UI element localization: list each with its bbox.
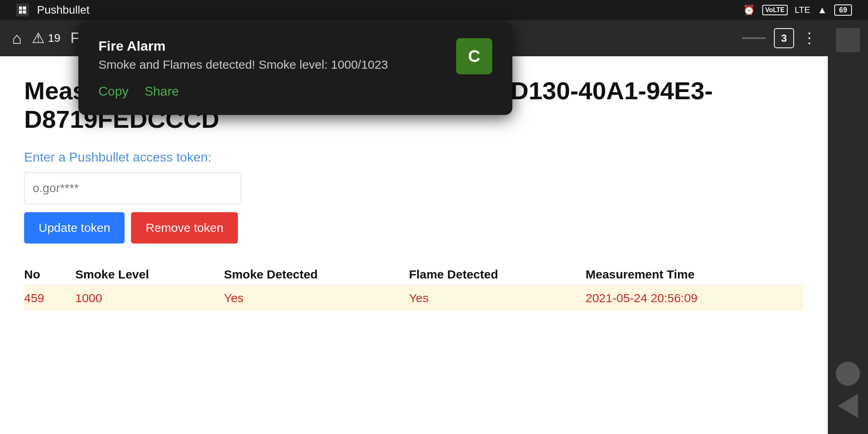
notif-header: Fire Alarm Smoke and Flames detected! Sm… xyxy=(98,38,492,74)
status-bar: Pushbullet ⏰ VoLTE LTE ▲ 69 xyxy=(0,0,868,20)
notification-overlay: Fire Alarm Smoke and Flames detected! Sm… xyxy=(78,22,512,115)
token-label-prefix: Enter a xyxy=(24,150,69,164)
col-header-smoke-detected: Smoke Detected xyxy=(224,264,409,286)
tab-count-badge[interactable]: 3 xyxy=(774,28,794,48)
notif-body: Fire Alarm Smoke and Flames detected! Sm… xyxy=(98,38,448,72)
token-label-suffix: access token: xyxy=(133,150,211,164)
col-header-flame-detected: Flame Detected xyxy=(409,264,585,286)
svg-rect-3 xyxy=(23,10,26,14)
status-bar-app-name: Pushbullet xyxy=(37,4,90,16)
remove-token-button[interactable]: Remove token xyxy=(131,212,237,244)
right-panel xyxy=(828,20,868,434)
measurements-table: No Smoke Level Smoke Detected Flame Dete… xyxy=(24,264,804,311)
battery-badge: 69 xyxy=(834,4,852,16)
pushbullet-link[interactable]: Pushbullet xyxy=(69,150,129,164)
app-bar-divider xyxy=(742,37,766,39)
col-header-measurement-time: Measurement Time xyxy=(585,264,804,286)
more-options-icon[interactable]: ⋮ xyxy=(802,30,816,47)
table-cell-no: 459 xyxy=(24,285,75,311)
lte-text: LTE xyxy=(795,5,811,15)
svg-rect-1 xyxy=(23,6,26,10)
table-cell-time: 2021-05-24 20:56:09 xyxy=(585,285,804,311)
col-header-no: No xyxy=(24,264,75,286)
warning-count: 19 xyxy=(48,32,60,45)
svg-rect-2 xyxy=(19,10,22,14)
notif-app-icon: C xyxy=(456,38,492,74)
warning-indicator: ⚠ 19 xyxy=(32,30,60,47)
notif-share-button[interactable]: Share xyxy=(145,84,179,99)
svg-rect-0 xyxy=(19,6,22,10)
table-header-row: No Smoke Level Smoke Detected Flame Dete… xyxy=(24,264,804,286)
pushbullet-app-icon xyxy=(16,4,29,16)
token-label: Enter a Pushbullet access token: xyxy=(24,150,804,165)
status-bar-left: Pushbullet xyxy=(16,4,90,16)
update-token-button[interactable]: Update token xyxy=(24,212,125,244)
right-panel-back-icon[interactable] xyxy=(838,394,858,418)
alarm-icon: ⏰ xyxy=(743,4,755,16)
status-bar-right: ⏰ VoLTE LTE ▲ 69 xyxy=(743,4,852,16)
table-cell-smokeDetected: Yes xyxy=(224,285,409,311)
right-panel-button xyxy=(836,28,860,52)
volte-badge: VoLTE xyxy=(762,5,787,15)
warning-icon: ⚠ xyxy=(32,30,45,47)
col-header-smoke-level: Smoke Level xyxy=(75,264,224,286)
notif-message: Smoke and Flames detected! Smoke level: … xyxy=(98,58,448,72)
token-input[interactable] xyxy=(24,172,241,204)
table-row: 4591000YesYes2021-05-24 20:56:09 xyxy=(24,285,804,311)
token-button-row: Update token Remove token xyxy=(24,212,804,244)
signal-icon: ▲ xyxy=(817,4,827,16)
notif-copy-button[interactable]: Copy xyxy=(98,84,129,99)
notif-title: Fire Alarm xyxy=(98,38,448,54)
home-icon[interactable]: ⌂ xyxy=(12,29,22,47)
app-bar-actions: 3 ⋮ xyxy=(742,28,816,48)
table-cell-smokeLevel: 1000 xyxy=(75,285,224,311)
right-panel-circle xyxy=(836,362,860,386)
notif-actions: Copy Share xyxy=(98,84,492,99)
table-cell-flameDetected: Yes xyxy=(409,285,585,311)
